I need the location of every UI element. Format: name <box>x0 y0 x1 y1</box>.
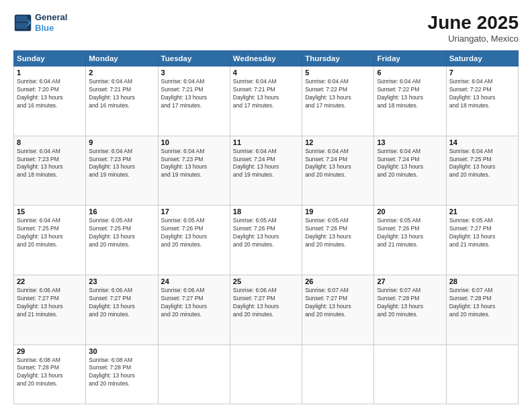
day-cell-11: 11 Sunrise: 6:04 AMSunset: 7:24 PMDaylig… <box>230 136 302 205</box>
week-row-1: 1 Sunrise: 6:04 AMSunset: 7:20 PMDayligh… <box>14 66 519 136</box>
day-cell-27: 27 Sunrise: 6:07 AMSunset: 7:28 PMDaylig… <box>374 275 446 345</box>
empty-cell-4 <box>374 345 446 404</box>
logo-icon <box>13 13 32 32</box>
day-cell-30: 30 Sunrise: 6:08 AMSunset: 7:28 PMDaylig… <box>86 345 158 404</box>
day-cell-3: 3 Sunrise: 6:04 AMSunset: 7:21 PMDayligh… <box>158 66 230 136</box>
day-cell-26: 26 Sunrise: 6:07 AMSunset: 7:27 PMDaylig… <box>302 275 374 345</box>
svg-rect-3 <box>16 23 28 29</box>
logo-text: General Blue <box>35 12 67 33</box>
day-cell-1: 1 Sunrise: 6:04 AMSunset: 7:20 PMDayligh… <box>14 66 86 136</box>
day-cell-29: 29 Sunrise: 6:08 AMSunset: 7:28 PMDaylig… <box>14 345 86 404</box>
page: General Blue June 2025 Uriangato, Mexico… <box>0 0 532 411</box>
main-title: June 2025 <box>428 12 519 34</box>
day-cell-2: 2 Sunrise: 6:04 AMSunset: 7:21 PMDayligh… <box>86 66 158 136</box>
col-monday: Monday <box>86 51 158 66</box>
subtitle: Uriangato, Mexico <box>428 34 519 44</box>
day-cell-23: 23 Sunrise: 6:06 AMSunset: 7:27 PMDaylig… <box>86 275 158 345</box>
logo-line1: General <box>35 12 67 23</box>
day-cell-28: 28 Sunrise: 6:07 AMSunset: 7:28 PMDaylig… <box>446 275 518 345</box>
col-sunday: Sunday <box>14 51 86 66</box>
day-cell-10: 10 Sunrise: 6:04 AMSunset: 7:23 PMDaylig… <box>158 136 230 205</box>
day-cell-21: 21 Sunrise: 6:05 AMSunset: 7:27 PMDaylig… <box>446 205 518 275</box>
day-cell-17: 17 Sunrise: 6:05 AMSunset: 7:26 PMDaylig… <box>158 205 230 275</box>
day-cell-14: 14 Sunrise: 6:04 AMSunset: 7:25 PMDaylig… <box>446 136 518 205</box>
day-cell-19: 19 Sunrise: 6:05 AMSunset: 7:26 PMDaylig… <box>302 205 374 275</box>
day-cell-22: 22 Sunrise: 6:06 AMSunset: 7:27 PMDaylig… <box>14 275 86 345</box>
week-row-5: 29 Sunrise: 6:08 AMSunset: 7:28 PMDaylig… <box>14 345 519 404</box>
day-cell-20: 20 Sunrise: 6:05 AMSunset: 7:26 PMDaylig… <box>374 205 446 275</box>
empty-cell-2 <box>230 345 302 404</box>
day-cell-16: 16 Sunrise: 6:05 AMSunset: 7:25 PMDaylig… <box>86 205 158 275</box>
day-cell-13: 13 Sunrise: 6:04 AMSunset: 7:24 PMDaylig… <box>374 136 446 205</box>
week-row-3: 15 Sunrise: 6:04 AMSunset: 7:25 PMDaylig… <box>14 205 519 275</box>
day-cell-15: 15 Sunrise: 6:04 AMSunset: 7:25 PMDaylig… <box>14 205 86 275</box>
day-cell-5: 5 Sunrise: 6:04 AMSunset: 7:22 PMDayligh… <box>302 66 374 136</box>
col-thursday: Thursday <box>302 51 374 66</box>
day-cell-24: 24 Sunrise: 6:06 AMSunset: 7:27 PMDaylig… <box>158 275 230 345</box>
svg-rect-2 <box>16 15 28 21</box>
col-saturday: Saturday <box>446 51 518 66</box>
week-row-4: 22 Sunrise: 6:06 AMSunset: 7:27 PMDaylig… <box>14 275 519 345</box>
title-block: June 2025 Uriangato, Mexico <box>428 12 519 44</box>
day-cell-12: 12 Sunrise: 6:04 AMSunset: 7:24 PMDaylig… <box>302 136 374 205</box>
empty-cell-5 <box>446 345 518 404</box>
col-wednesday: Wednesday <box>230 51 302 66</box>
day-cell-8: 8 Sunrise: 6:04 AMSunset: 7:23 PMDayligh… <box>14 136 86 205</box>
day-cell-25: 25 Sunrise: 6:06 AMSunset: 7:27 PMDaylig… <box>230 275 302 345</box>
logo: General Blue <box>13 12 67 33</box>
day-cell-18: 18 Sunrise: 6:05 AMSunset: 7:26 PMDaylig… <box>230 205 302 275</box>
week-row-2: 8 Sunrise: 6:04 AMSunset: 7:23 PMDayligh… <box>14 136 519 205</box>
day-cell-9: 9 Sunrise: 6:04 AMSunset: 7:23 PMDayligh… <box>86 136 158 205</box>
day-cell-7: 7 Sunrise: 6:04 AMSunset: 7:22 PMDayligh… <box>446 66 518 136</box>
empty-cell-1 <box>158 345 230 404</box>
header: General Blue June 2025 Uriangato, Mexico <box>13 12 519 44</box>
day-cell-6: 6 Sunrise: 6:04 AMSunset: 7:22 PMDayligh… <box>374 66 446 136</box>
col-tuesday: Tuesday <box>158 51 230 66</box>
logo-line2: Blue <box>35 23 54 33</box>
weekday-header-row: Sunday Monday Tuesday Wednesday Thursday… <box>14 51 519 66</box>
col-friday: Friday <box>374 51 446 66</box>
empty-cell-3 <box>302 345 374 404</box>
day-cell-4: 4 Sunrise: 6:04 AMSunset: 7:21 PMDayligh… <box>230 66 302 136</box>
calendar-table: Sunday Monday Tuesday Wednesday Thursday… <box>13 50 519 404</box>
